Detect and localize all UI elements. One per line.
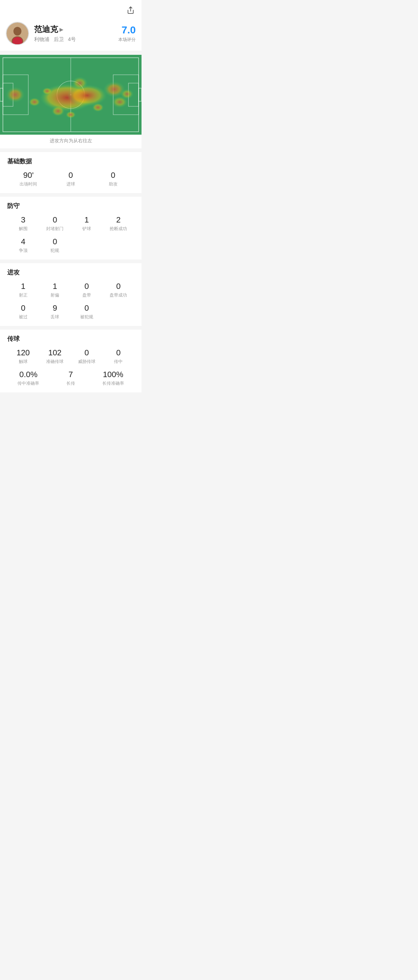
stat-foul: 0 犯规 — [39, 237, 71, 254]
defense-stats-section: 防守 3 解围 0 封堵射门 1 铲球 2 抢断成功 4 争顶 0 犯规 — [0, 197, 141, 259]
stat-long-pass: 7 长传 — [50, 370, 92, 387]
svg-point-23 — [51, 106, 65, 116]
player-info: 范迪克 ▶ 利物浦 后卫 4号 — [34, 24, 118, 43]
stat-dribbles-success-label: 盘带成功 — [103, 292, 135, 298]
heatmap-section: 进攻方向为从右往左 — [0, 55, 141, 148]
attack-row-1: 1 射正 1 射偏 0 盘带 0 盘带成功 — [7, 282, 134, 298]
stat-shots-on-label: 射正 — [7, 292, 39, 298]
avatar — [6, 22, 29, 45]
stat-fouled: 0 被犯规 — [71, 304, 103, 320]
stat-touches-label: 触球 — [7, 359, 39, 365]
rating-label: 本场评分 — [118, 37, 136, 43]
rating-value: 7.0 — [118, 24, 136, 36]
svg-point-22 — [121, 89, 134, 99]
stat-tackle-label: 铲球 — [71, 226, 103, 232]
stat-cross-acc-value: 0.0% — [7, 370, 50, 379]
stat-fouled-label: 被犯规 — [71, 314, 103, 320]
defense-stats-title: 防守 — [7, 202, 134, 210]
stat-aerial-label: 争顶 — [7, 248, 39, 254]
stat-dribbles-value: 0 — [71, 282, 103, 291]
stat-assists: 0 助攻 — [92, 170, 134, 187]
player-number: 4号 — [68, 36, 76, 42]
player-position: 后卫 — [54, 36, 64, 42]
stat-fouled-value: 0 — [71, 304, 103, 313]
top-bar — [0, 0, 141, 18]
stat-long-pass-acc: 100% 长传准确率 — [92, 370, 134, 387]
stat-dribbles-success-value: 0 — [103, 282, 135, 291]
stat-beaten: 0 被过 — [7, 304, 39, 320]
basic-stats-title: 基础数据 — [7, 157, 134, 165]
stat-clearance: 3 解围 — [7, 215, 39, 232]
stat-lost-ball-label: 丢球 — [39, 314, 71, 320]
svg-point-26 — [92, 103, 104, 112]
stat-playtime: 90' 出场时间 — [7, 170, 50, 187]
player-rating-block: 7.0 本场评分 — [118, 24, 136, 43]
stat-goals-label: 进球 — [50, 181, 92, 187]
attack-stats-section: 进攻 1 射正 1 射偏 0 盘带 0 盘带成功 0 被过 9 丢球 0 被犯规 — [0, 263, 141, 326]
stat-long-pass-value: 7 — [50, 370, 92, 379]
stat-dribbles-label: 盘带 — [71, 292, 103, 298]
basic-stats-section: 基础数据 90' 出场时间 0 进球 0 助攻 — [0, 152, 141, 193]
svg-point-2 — [13, 27, 21, 35]
stat-accurate-pass-value: 102 — [39, 348, 71, 358]
defense-row-2: 4 争顶 0 犯规 — [7, 237, 134, 254]
stat-shots-off-label: 射偏 — [39, 292, 71, 298]
stat-shots-on-value: 1 — [7, 282, 39, 291]
attack-row-2: 0 被过 9 丢球 0 被犯规 — [7, 304, 134, 320]
stat-accurate-pass: 102 准确传球 — [39, 348, 71, 365]
stat-playtime-value: 90' — [7, 170, 50, 180]
stat-beaten-value: 0 — [7, 304, 39, 313]
passing-stats-section: 传球 120 触球 102 准确传球 0 威胁传球 0 传中 0.0% 传中准确… — [0, 329, 141, 392]
stat-key-pass: 0 威胁传球 — [71, 348, 103, 365]
stat-key-pass-value: 0 — [71, 348, 103, 358]
stat-foul-value: 0 — [39, 237, 71, 247]
stat-cross: 0 传中 — [103, 348, 135, 365]
stat-touches-value: 120 — [7, 348, 39, 358]
svg-point-19 — [72, 76, 88, 90]
passing-row-1: 120 触球 102 准确传球 0 威胁传球 0 传中 — [7, 348, 134, 365]
stat-cross-acc-label: 传中准确率 — [7, 380, 50, 387]
defense-row-1: 3 解围 0 封堵射门 1 铲球 2 抢断成功 — [7, 215, 134, 232]
stat-goals-value: 0 — [50, 170, 92, 180]
player-header: 范迪克 ▶ 利物浦 后卫 4号 7.0 本场评分 — [0, 18, 141, 51]
stat-tackle: 1 铲球 — [71, 215, 103, 232]
stat-shots-off: 1 射偏 — [39, 282, 71, 298]
stat-cross-label: 传中 — [103, 359, 135, 365]
svg-point-24 — [29, 98, 40, 107]
stat-long-pass-label: 长传 — [50, 380, 92, 387]
stat-goals: 0 进球 — [50, 170, 92, 187]
stat-playtime-label: 出场时间 — [7, 181, 50, 187]
stat-clearance-value: 3 — [7, 215, 39, 225]
stat-intercept-label: 抢断成功 — [103, 226, 135, 232]
stat-lost-ball-value: 9 — [39, 304, 71, 313]
share-button[interactable] — [126, 5, 136, 15]
stat-shots-on: 1 射正 — [7, 282, 39, 298]
stat-intercept: 2 抢断成功 — [103, 215, 135, 232]
basic-stats-row: 90' 出场时间 0 进球 0 助攻 — [7, 170, 134, 187]
stat-aerial: 4 争顶 — [7, 237, 39, 254]
svg-point-27 — [66, 111, 76, 118]
stat-key-pass-label: 威胁传球 — [71, 359, 103, 365]
heatmap-caption: 进攻方向为从右往左 — [0, 135, 141, 146]
stat-long-pass-acc-value: 100% — [92, 370, 134, 379]
stat-blocked-shot: 0 封堵射门 — [39, 215, 71, 232]
player-meta: 利物浦 后卫 4号 — [34, 36, 118, 43]
player-name-row: 范迪克 ▶ — [34, 24, 118, 35]
stat-dribbles-success: 0 盘带成功 — [103, 282, 135, 298]
stat-beaten-label: 被过 — [7, 314, 39, 320]
stat-cross-value: 0 — [103, 348, 135, 358]
stat-long-pass-acc-label: 长传准确率 — [92, 380, 134, 387]
svg-point-25 — [42, 88, 52, 95]
svg-point-17 — [67, 84, 107, 107]
stat-accurate-pass-label: 准确传球 — [39, 359, 71, 365]
stat-assists-label: 助攻 — [92, 181, 134, 187]
stat-blocked-shot-label: 封堵射门 — [39, 226, 71, 232]
stat-cross-acc: 0.0% 传中准确率 — [7, 370, 50, 387]
player-name: 范迪克 — [34, 24, 58, 35]
stat-clearance-label: 解围 — [7, 226, 39, 232]
stat-shots-off-value: 1 — [39, 282, 71, 291]
stat-touches: 120 触球 — [7, 348, 39, 365]
stat-blocked-shot-value: 0 — [39, 215, 71, 225]
heatmap-container — [0, 55, 141, 135]
passing-row-2: 0.0% 传中准确率 7 长传 100% 长传准确率 — [7, 370, 134, 387]
